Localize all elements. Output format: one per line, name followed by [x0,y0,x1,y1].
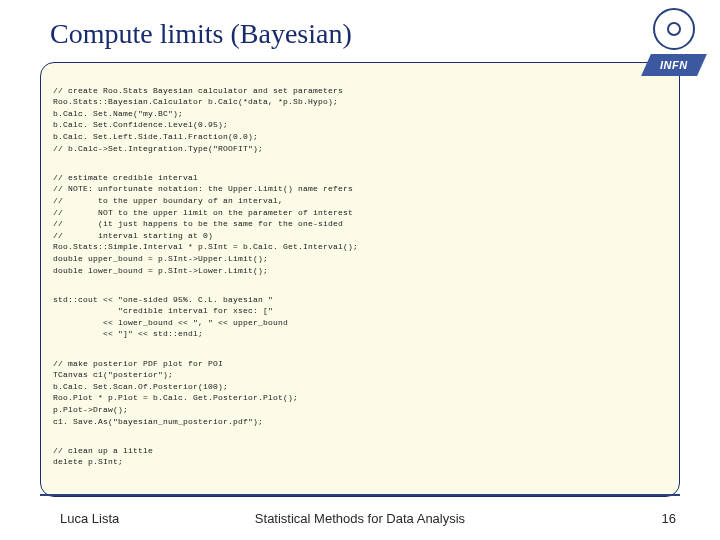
footer-page: 16 [662,511,676,526]
code-section-4: // make posterior PDF plot for POI TCanv… [53,358,667,428]
logo-block: INFN [642,8,706,88]
infn-logo: INFN [641,54,707,76]
code-section-2: // estimate credible interval // NOTE: u… [53,172,667,276]
footer-rule [40,494,680,496]
seal-icon [653,8,695,50]
code-section-1: // create Roo.Stats Bayesian calculator … [53,85,667,155]
footer-author: Luca Lista [60,511,119,526]
code-section-5: // clean up a little delete p.SInt; [53,445,667,468]
code-section-3: std::cout << "one-sided 95%. C.L. bayesi… [53,294,667,340]
slide-title: Compute limits (Bayesian) [0,0,720,56]
code-block: // create Roo.Stats Bayesian calculator … [40,62,680,497]
footer: Luca Lista Statistical Methods for Data … [0,511,720,526]
